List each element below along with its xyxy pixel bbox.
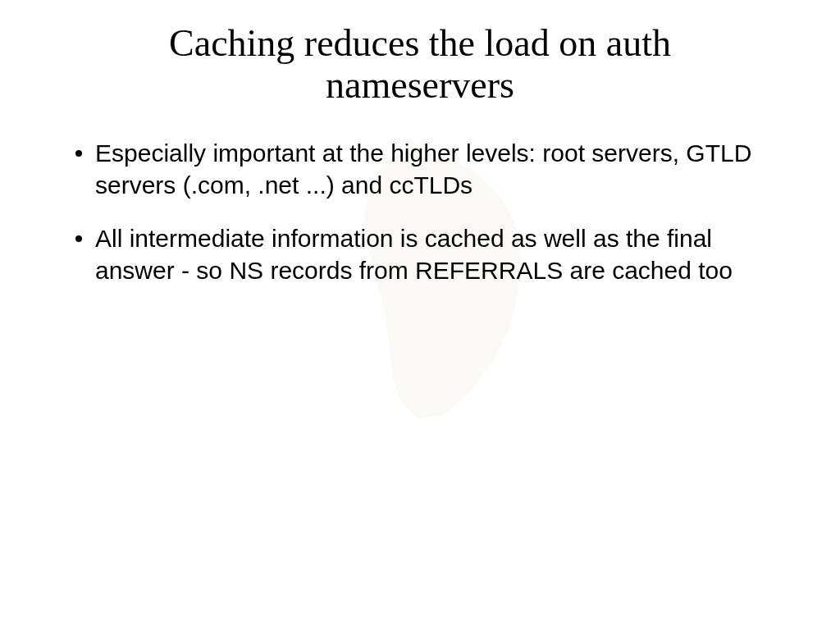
bullet-item: Especially important at the higher level… [72,137,768,201]
bullet-list: Especially important at the higher level… [72,137,768,286]
slide-content: Caching reduces the load on auth nameser… [0,0,840,340]
bullet-item: All intermediate information is cached a… [72,222,768,286]
slide-title: Caching reduces the load on auth nameser… [72,23,768,106]
